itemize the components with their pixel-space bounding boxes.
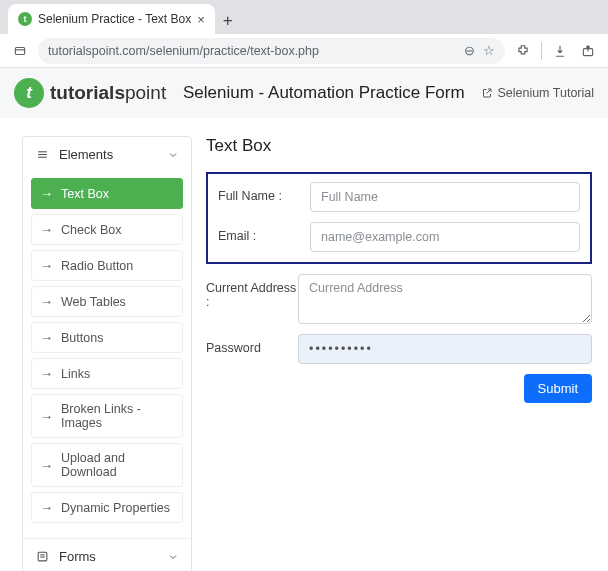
tab-title: Selenium Practice - Text Box xyxy=(38,12,191,26)
password-input[interactable] xyxy=(298,334,592,364)
sidebar-item-check-box[interactable]: →Check Box xyxy=(31,214,183,245)
browser-tab-active[interactable]: t Selenium Practice - Text Box × xyxy=(8,4,215,34)
url-text: tutorialspoint.com/selenium/practice/tex… xyxy=(48,44,319,58)
sidebar-group-label: Elements xyxy=(59,147,113,162)
close-tab-icon[interactable]: × xyxy=(197,12,205,27)
address-textarea[interactable] xyxy=(298,274,592,324)
arrow-right-icon: → xyxy=(40,409,53,424)
email-input[interactable] xyxy=(310,222,580,252)
extensions-icon[interactable] xyxy=(513,41,533,61)
submit-button[interactable]: Submit xyxy=(524,374,592,403)
page-header: t tutorialspoint Selenium - Automation P… xyxy=(0,68,608,118)
bookmark-star-icon[interactable]: ☆ xyxy=(483,43,495,58)
page-title: Selenium - Automation Practice Form xyxy=(178,83,469,103)
arrow-right-icon: → xyxy=(40,330,53,345)
sidebar-item-buttons[interactable]: →Buttons xyxy=(31,322,183,353)
password-label: Password xyxy=(206,334,298,355)
share-icon[interactable] xyxy=(578,41,598,61)
sidebar-group-forms[interactable]: Forms xyxy=(23,539,191,571)
sidebar-item-label: Links xyxy=(61,367,90,381)
sidebar-item-label: Web Tables xyxy=(61,295,126,309)
sidebar-item-web-tables[interactable]: →Web Tables xyxy=(31,286,183,317)
browser-addressbar: tutorialspoint.com/selenium/practice/tex… xyxy=(0,34,608,68)
sidebar-item-label: Check Box xyxy=(61,223,121,237)
chevron-down-icon xyxy=(167,149,179,161)
url-input[interactable]: tutorialspoint.com/selenium/practice/tex… xyxy=(38,38,505,64)
sidebar-item-upload-download[interactable]: →Upload and Download xyxy=(31,443,183,487)
logo-text-light: point xyxy=(125,82,166,103)
chevron-down-icon xyxy=(167,551,179,563)
sidebar-item-text-box[interactable]: →Text Box xyxy=(31,178,183,209)
arrow-right-icon: → xyxy=(40,500,53,515)
sidebar-item-broken-links[interactable]: →Broken Links - Images xyxy=(31,394,183,438)
sidebar-group-elements[interactable]: Elements xyxy=(23,137,191,172)
highlighted-region: Full Name : Email : xyxy=(206,172,592,264)
tutorial-link-text: Selenium Tutorial xyxy=(497,86,594,100)
fullname-input[interactable] xyxy=(310,182,580,212)
external-link-icon xyxy=(481,87,493,99)
sidebar-item-label: Dynamic Properties xyxy=(61,501,170,515)
favicon-icon: t xyxy=(18,12,32,26)
content-heading: Text Box xyxy=(206,136,592,156)
arrow-right-icon: → xyxy=(40,222,53,237)
logo-mark-icon: t xyxy=(14,78,44,108)
sidebar-item-label: Upload and Download xyxy=(61,451,174,479)
sidebar-group-label: Forms xyxy=(59,549,96,564)
email-label: Email : xyxy=(218,222,310,243)
content-area: Text Box Full Name : Email : Current Add… xyxy=(206,136,598,571)
sidebar-item-dynamic-properties[interactable]: →Dynamic Properties xyxy=(31,492,183,523)
divider xyxy=(541,42,542,60)
site-info-icon[interactable] xyxy=(10,41,30,61)
sidebar-item-label: Buttons xyxy=(61,331,103,345)
address-label: Current Address : xyxy=(206,274,298,309)
sidebar-item-links[interactable]: →Links xyxy=(31,358,183,389)
arrow-right-icon: → xyxy=(40,366,53,381)
menu-icon xyxy=(35,148,49,161)
form-icon xyxy=(35,550,49,563)
browser-tabbar: t Selenium Practice - Text Box × + xyxy=(0,0,608,34)
logo[interactable]: t tutorialspoint xyxy=(14,78,166,108)
fullname-label: Full Name : xyxy=(218,182,310,203)
sidebar-item-label: Text Box xyxy=(61,187,109,201)
sidebar-item-radio-button[interactable]: →Radio Button xyxy=(31,250,183,281)
arrow-right-icon: → xyxy=(40,258,53,273)
download-icon[interactable] xyxy=(550,41,570,61)
arrow-right-icon: → xyxy=(40,458,53,473)
selenium-tutorial-link[interactable]: Selenium Tutorial xyxy=(481,86,594,100)
sidebar-item-label: Radio Button xyxy=(61,259,133,273)
sidebar: Elements →Text Box →Check Box →Radio But… xyxy=(22,136,192,571)
arrow-right-icon: → xyxy=(40,294,53,309)
arrow-right-icon: → xyxy=(40,186,53,201)
svg-rect-0 xyxy=(15,47,24,54)
pwd-key-icon[interactable]: ⊖ xyxy=(464,43,475,58)
logo-text-bold: tutorials xyxy=(50,82,125,103)
new-tab-button[interactable]: + xyxy=(215,8,241,34)
sidebar-item-label: Broken Links - Images xyxy=(61,402,174,430)
